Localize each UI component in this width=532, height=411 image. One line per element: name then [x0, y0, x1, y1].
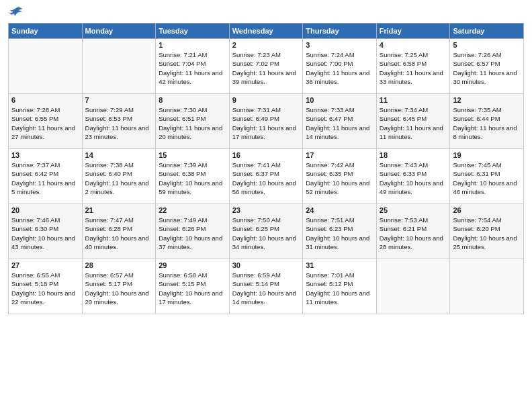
day-number: 17: [306, 151, 373, 159]
day-info: Sunrise: 7:45 AM Sunset: 6:31 PM Dayligh…: [453, 161, 521, 196]
day-info: Sunrise: 7:24 AM Sunset: 7:00 PM Dayligh…: [306, 50, 373, 86]
table-row: 16Sunrise: 7:41 AM Sunset: 6:37 PM Dayli…: [229, 149, 303, 204]
col-friday: Friday: [376, 24, 450, 39]
table-row: 3Sunrise: 7:24 AM Sunset: 7:00 PM Daylig…: [303, 39, 377, 94]
table-row: 14Sunrise: 7:38 AM Sunset: 6:40 PM Dayli…: [82, 149, 156, 204]
day-number: 4: [380, 41, 447, 49]
table-row: 11Sunrise: 7:34 AM Sunset: 6:45 PM Dayli…: [376, 94, 450, 149]
day-info: Sunrise: 7:28 AM Sunset: 6:55 PM Dayligh…: [11, 105, 79, 141]
table-row: 28Sunrise: 6:57 AM Sunset: 5:17 PM Dayli…: [82, 259, 156, 314]
table-row: 23Sunrise: 7:50 AM Sunset: 6:25 PM Dayli…: [229, 204, 303, 259]
day-info: Sunrise: 6:58 AM Sunset: 5:15 PM Dayligh…: [159, 271, 226, 306]
table-row: 21Sunrise: 7:47 AM Sunset: 6:28 PM Dayli…: [82, 204, 156, 259]
calendar-week-row: 27Sunrise: 6:55 AM Sunset: 5:18 PM Dayli…: [9, 259, 524, 314]
table-row: 12Sunrise: 7:35 AM Sunset: 6:44 PM Dayli…: [450, 94, 524, 149]
day-info: Sunrise: 6:55 AM Sunset: 5:18 PM Dayligh…: [11, 271, 79, 306]
day-info: Sunrise: 6:57 AM Sunset: 5:17 PM Dayligh…: [85, 271, 153, 306]
day-info: Sunrise: 6:59 AM Sunset: 5:14 PM Dayligh…: [232, 271, 300, 306]
day-number: 26: [453, 206, 521, 214]
col-tuesday: Tuesday: [156, 24, 230, 39]
day-info: Sunrise: 7:51 AM Sunset: 6:23 PM Dayligh…: [306, 216, 373, 251]
table-row: [450, 259, 524, 314]
calendar-header-row: Sunday Monday Tuesday Wednesday Thursday…: [9, 24, 524, 39]
day-number: 20: [11, 206, 79, 214]
table-row: 15Sunrise: 7:39 AM Sunset: 6:38 PM Dayli…: [156, 149, 230, 204]
calendar-table: Sunday Monday Tuesday Wednesday Thursday…: [8, 23, 524, 314]
table-row: 13Sunrise: 7:37 AM Sunset: 6:42 PM Dayli…: [9, 149, 83, 204]
table-row: 10Sunrise: 7:33 AM Sunset: 6:47 PM Dayli…: [303, 94, 377, 149]
page-header: [8, 7, 524, 17]
logo-bird-icon: [9, 7, 23, 17]
day-number: 27: [11, 261, 79, 269]
table-row: [376, 259, 450, 314]
day-number: 10: [306, 96, 373, 104]
day-info: Sunrise: 7:41 AM Sunset: 6:37 PM Dayligh…: [232, 161, 300, 196]
day-number: 9: [232, 96, 300, 104]
day-info: Sunrise: 7:53 AM Sunset: 6:21 PM Dayligh…: [380, 216, 447, 251]
day-number: 18: [380, 151, 447, 159]
table-row: 19Sunrise: 7:45 AM Sunset: 6:31 PM Dayli…: [450, 149, 524, 204]
page-container: Sunday Monday Tuesday Wednesday Thursday…: [0, 0, 532, 320]
day-number: 19: [453, 151, 521, 159]
day-info: Sunrise: 7:38 AM Sunset: 6:40 PM Dayligh…: [85, 161, 153, 196]
day-info: Sunrise: 7:50 AM Sunset: 6:25 PM Dayligh…: [232, 216, 300, 251]
day-number: 1: [159, 41, 226, 49]
day-number: 6: [11, 96, 79, 104]
col-thursday: Thursday: [303, 24, 377, 39]
table-row: 18Sunrise: 7:43 AM Sunset: 6:33 PM Dayli…: [376, 149, 450, 204]
calendar-week-row: 1Sunrise: 7:21 AM Sunset: 7:04 PM Daylig…: [9, 39, 524, 94]
calendar-week-row: 20Sunrise: 7:46 AM Sunset: 6:30 PM Dayli…: [9, 204, 524, 259]
table-row: 9Sunrise: 7:31 AM Sunset: 6:49 PM Daylig…: [229, 94, 303, 149]
day-number: 13: [11, 151, 79, 159]
day-number: 28: [85, 261, 153, 269]
day-number: 29: [159, 261, 226, 269]
day-info: Sunrise: 7:23 AM Sunset: 7:02 PM Dayligh…: [232, 50, 300, 86]
day-number: 30: [232, 261, 300, 269]
table-row: 26Sunrise: 7:54 AM Sunset: 6:20 PM Dayli…: [450, 204, 524, 259]
calendar-week-row: 6Sunrise: 7:28 AM Sunset: 6:55 PM Daylig…: [9, 94, 524, 149]
day-info: Sunrise: 7:21 AM Sunset: 7:04 PM Dayligh…: [159, 50, 226, 86]
day-info: Sunrise: 7:30 AM Sunset: 6:51 PM Dayligh…: [159, 105, 226, 141]
day-info: Sunrise: 7:33 AM Sunset: 6:47 PM Dayligh…: [306, 105, 373, 141]
day-number: 23: [232, 206, 300, 214]
table-row: 6Sunrise: 7:28 AM Sunset: 6:55 PM Daylig…: [9, 94, 83, 149]
table-row: 2Sunrise: 7:23 AM Sunset: 7:02 PM Daylig…: [229, 39, 303, 94]
day-info: Sunrise: 7:43 AM Sunset: 6:33 PM Dayligh…: [380, 161, 447, 196]
day-number: 14: [85, 151, 153, 159]
col-monday: Monday: [82, 24, 156, 39]
table-row: 27Sunrise: 6:55 AM Sunset: 5:18 PM Dayli…: [9, 259, 83, 314]
day-number: 12: [453, 96, 521, 104]
calendar-week-row: 13Sunrise: 7:37 AM Sunset: 6:42 PM Dayli…: [9, 149, 524, 204]
table-row: 24Sunrise: 7:51 AM Sunset: 6:23 PM Dayli…: [303, 204, 377, 259]
day-number: 15: [159, 151, 226, 159]
day-number: 7: [85, 96, 153, 104]
table-row: 1Sunrise: 7:21 AM Sunset: 7:04 PM Daylig…: [156, 39, 230, 94]
table-row: 20Sunrise: 7:46 AM Sunset: 6:30 PM Dayli…: [9, 204, 83, 259]
day-number: 11: [380, 96, 447, 104]
day-info: Sunrise: 7:47 AM Sunset: 6:28 PM Dayligh…: [85, 216, 153, 251]
logo: [8, 7, 23, 17]
day-info: Sunrise: 7:42 AM Sunset: 6:35 PM Dayligh…: [306, 161, 373, 196]
table-row: 31Sunrise: 7:01 AM Sunset: 5:12 PM Dayli…: [303, 259, 377, 314]
day-number: 24: [306, 206, 373, 214]
day-info: Sunrise: 7:37 AM Sunset: 6:42 PM Dayligh…: [11, 161, 79, 196]
table-row: 4Sunrise: 7:25 AM Sunset: 6:58 PM Daylig…: [376, 39, 450, 94]
day-info: Sunrise: 7:25 AM Sunset: 6:58 PM Dayligh…: [380, 50, 447, 86]
day-number: 31: [306, 261, 373, 269]
day-number: 8: [159, 96, 226, 104]
day-info: Sunrise: 7:34 AM Sunset: 6:45 PM Dayligh…: [380, 105, 447, 141]
table-row: 29Sunrise: 6:58 AM Sunset: 5:15 PM Dayli…: [156, 259, 230, 314]
day-number: 3: [306, 41, 373, 49]
table-row: 17Sunrise: 7:42 AM Sunset: 6:35 PM Dayli…: [303, 149, 377, 204]
day-info: Sunrise: 7:54 AM Sunset: 6:20 PM Dayligh…: [453, 216, 521, 251]
day-number: 21: [85, 206, 153, 214]
day-number: 25: [380, 206, 447, 214]
day-info: Sunrise: 7:26 AM Sunset: 6:57 PM Dayligh…: [453, 50, 521, 86]
col-wednesday: Wednesday: [229, 24, 303, 39]
day-info: Sunrise: 7:01 AM Sunset: 5:12 PM Dayligh…: [306, 271, 373, 306]
table-row: [9, 39, 83, 94]
table-row: 22Sunrise: 7:49 AM Sunset: 6:26 PM Dayli…: [156, 204, 230, 259]
table-row: 30Sunrise: 6:59 AM Sunset: 5:14 PM Dayli…: [229, 259, 303, 314]
day-info: Sunrise: 7:39 AM Sunset: 6:38 PM Dayligh…: [159, 161, 226, 196]
table-row: 8Sunrise: 7:30 AM Sunset: 6:51 PM Daylig…: [156, 94, 230, 149]
